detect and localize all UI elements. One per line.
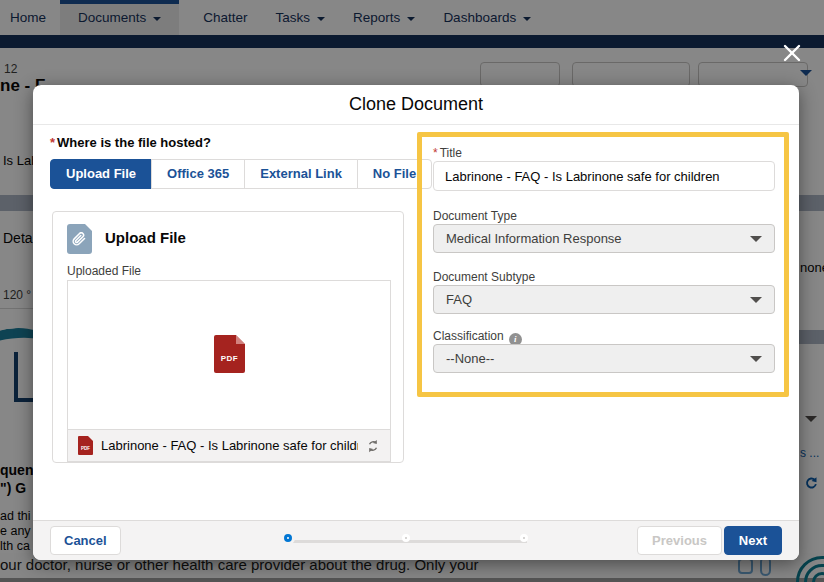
pdf-badge-label: PDF: [78, 446, 93, 451]
uploaded-file-row: PDF Labrinone - FAQ - Is Labrinone safe …: [68, 429, 390, 461]
document-type-value: Medical Information Response: [446, 231, 622, 246]
upload-file-option-button[interactable]: Upload File: [50, 159, 152, 189]
classification-dropdown[interactable]: --None--: [433, 344, 775, 373]
file-preview-box: PDF PDF Labrinone - FAQ - Is Labrinone s…: [67, 280, 391, 462]
clone-document-modal: Clone Document *Where is the file hosted…: [33, 85, 799, 560]
document-subtype-value: FAQ: [446, 292, 472, 307]
close-icon[interactable]: [782, 43, 802, 63]
progress-dot-3: [520, 534, 528, 542]
progress-dot-1-active: [284, 534, 292, 542]
modal-title: Clone Document: [349, 94, 483, 115]
required-asterisk: *: [50, 135, 55, 150]
uploaded-file-label: Uploaded File: [67, 264, 141, 278]
progress-dot-2: [402, 534, 410, 542]
pdf-file-icon: PDF: [214, 335, 245, 373]
document-subtype-label: Document Subtype: [433, 270, 535, 284]
document-type-label: Document Type: [433, 209, 517, 223]
office-365-option-button[interactable]: Office 365: [151, 159, 245, 189]
pdf-fold-cut: [236, 335, 245, 344]
pdf-badge-label: PDF: [214, 354, 245, 363]
pdf-fold-cut: [88, 436, 93, 441]
document-subtype-dropdown[interactable]: FAQ: [433, 285, 775, 314]
uploaded-file-name: Labrinone - FAQ - Is Labrinone safe for …: [101, 438, 358, 453]
file-host-button-group: Upload File Office 365 External Link No …: [50, 159, 432, 189]
screen: Home Documents Chatter Tasks Reports Das…: [0, 0, 824, 582]
document-type-dropdown[interactable]: Medical Information Response: [433, 224, 775, 253]
title-field-label: *Title: [433, 146, 462, 160]
next-button[interactable]: Next: [724, 526, 782, 555]
chevron-down-icon: [750, 297, 762, 303]
hosted-question-label: *Where is the file hosted?: [50, 135, 211, 150]
chevron-down-icon: [750, 356, 762, 362]
classification-value: --None--: [446, 351, 494, 366]
cancel-button[interactable]: Cancel: [50, 526, 121, 555]
chevron-down-icon: [750, 236, 762, 242]
required-asterisk: *: [433, 146, 438, 160]
sync-icon[interactable]: [366, 439, 380, 453]
previous-button[interactable]: Previous: [637, 526, 722, 555]
pdf-file-icon-small: PDF: [78, 436, 93, 455]
step-progress-indicator: [284, 533, 534, 549]
modal-footer: Cancel Previous Next: [33, 520, 799, 560]
upload-card-title: Upload File: [105, 229, 186, 246]
title-input[interactable]: [433, 161, 775, 191]
upload-file-card: Upload File Uploaded File PDF PDF Labrin…: [52, 211, 404, 463]
document-fold: [85, 224, 92, 231]
paperclip-icon: [72, 232, 86, 246]
modal-header: Clone Document: [33, 85, 799, 125]
external-link-option-button[interactable]: External Link: [244, 159, 358, 189]
attachment-icon: [67, 224, 92, 254]
